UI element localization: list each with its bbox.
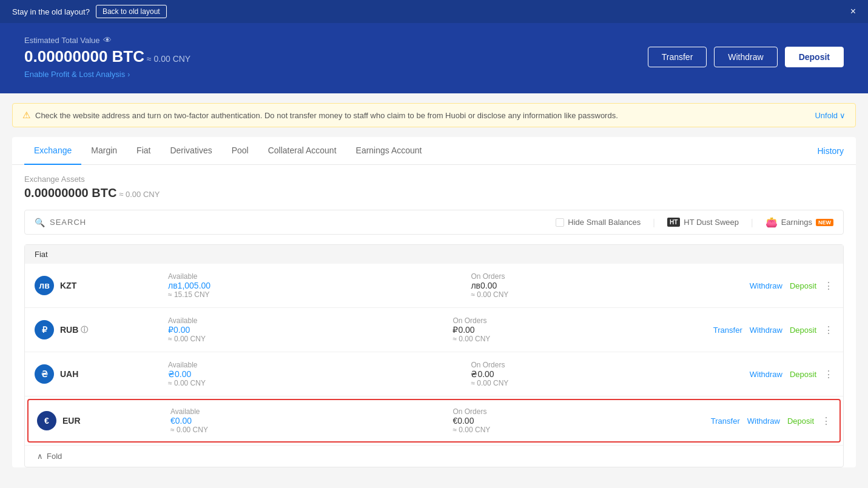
- unfold-button[interactable]: Unfold ∨: [815, 111, 846, 120]
- coin-symbol-uah: UAH: [60, 369, 78, 379]
- eur-more-button[interactable]: ⋮: [821, 415, 831, 427]
- fold-section[interactable]: ∧ Fold: [25, 445, 843, 467]
- withdraw-button[interactable]: Withdraw: [714, 47, 777, 67]
- search-area: 🔍: [35, 218, 556, 227]
- eur-actions: Transfer Withdraw Deposit ⋮: [711, 415, 831, 427]
- eur-logo: €: [37, 411, 56, 430]
- coin-symbol-eur: EUR: [62, 416, 81, 426]
- cny-approx: ≈ 0.00 CNY: [147, 54, 190, 64]
- header-section: Estimated Total Value 👁 0.00000000 BTC ≈…: [0, 23, 868, 93]
- eur-available: Available €0.00 ≈ 0.00 CNY: [146, 407, 428, 434]
- top-notification-bar: Stay in the old layout? Back to old layo…: [0, 0, 868, 23]
- kzt-orders: On Orders лв0.00 ≈ 0.00 CNY: [446, 272, 749, 299]
- uah-withdraw-button[interactable]: Withdraw: [750, 370, 782, 379]
- rub-orders: On Orders ₽0.00 ≈ 0.00 CNY: [428, 316, 713, 343]
- exchange-assets-label: Exchange Assets: [24, 175, 844, 184]
- search-input[interactable]: [50, 218, 152, 227]
- coin-info-uah: ₴ UAH: [35, 364, 144, 384]
- warning-bar: ⚠ Check the website address and turn on …: [12, 103, 856, 127]
- tab-earnings-account[interactable]: Earnings Account: [346, 137, 432, 165]
- back-old-layout-button[interactable]: Back to old layout: [96, 5, 167, 18]
- search-icon: 🔍: [35, 218, 45, 227]
- tabs-bar: Exchange Margin Fiat Derivatives Pool Co…: [12, 137, 856, 165]
- tab-derivatives[interactable]: Derivatives: [160, 137, 221, 165]
- arrow-right-icon: ›: [127, 70, 130, 79]
- rub-logo: ₽: [35, 320, 54, 339]
- uah-actions: Withdraw Deposit ⋮: [750, 369, 833, 380]
- kzt-withdraw-button[interactable]: Withdraw: [750, 281, 782, 290]
- tab-fiat[interactable]: Fiat: [127, 137, 160, 165]
- eur-deposit-button[interactable]: Deposit: [787, 416, 814, 426]
- table-row: лв KZT Available лв1,005.00 ≈ 15.15 CNY …: [25, 264, 843, 308]
- history-link[interactable]: History: [817, 138, 844, 164]
- uah-deposit-button[interactable]: Deposit: [790, 370, 816, 379]
- rub-withdraw-button[interactable]: Withdraw: [750, 326, 782, 335]
- exchange-assets-section: Exchange Assets 0.00000000 BTC ≈ 0.00 CN…: [12, 165, 856, 210]
- eur-orders: On Orders €0.00 ≈ 0.00 CNY: [428, 407, 710, 434]
- uah-available: Available ₴0.00 ≈ 0.00 CNY: [144, 361, 446, 387]
- rub-transfer-button[interactable]: Transfer: [713, 326, 742, 335]
- btc-amount-value: 0.00000000 BTC ≈ 0.00 CNY: [24, 47, 190, 66]
- ht-logo-icon: HT: [667, 218, 680, 227]
- fold-label: Fold: [47, 452, 62, 461]
- rub-info-icon[interactable]: ⓘ: [81, 325, 88, 335]
- assets-cny: ≈ 0.00 CNY: [119, 190, 160, 199]
- uah-logo: ₴: [35, 364, 54, 384]
- table-row: ₽ RUB ⓘ Available ₽0.00 ≈ 0.00 CNY On Or…: [25, 308, 843, 352]
- close-topbar-icon[interactable]: ×: [850, 6, 856, 17]
- controls-right: Hide Small Balances | HT HT Dust Sweep |…: [556, 216, 833, 228]
- chevron-up-icon: ∧: [37, 452, 43, 461]
- new-badge: NEW: [816, 219, 833, 226]
- coin-info-eur: € EUR: [37, 411, 146, 430]
- tab-margin[interactable]: Margin: [81, 137, 127, 165]
- hide-small-balances[interactable]: Hide Small Balances: [556, 218, 641, 227]
- coin-info-kzt: лв KZT: [35, 276, 144, 295]
- header-actions: Transfer Withdraw Deposit: [648, 47, 844, 67]
- estimated-label: Estimated Total Value 👁: [24, 35, 190, 45]
- hide-small-checkbox[interactable]: [556, 218, 564, 227]
- exchange-assets-value: 0.00000000 BTC ≈ 0.00 CNY: [24, 186, 844, 200]
- kzt-logo: лв: [35, 276, 54, 295]
- table-row: € EUR Available €0.00 ≈ 0.00 CNY On Orde…: [27, 399, 841, 443]
- divider: |: [653, 218, 655, 227]
- coin-symbol-kzt: KZT: [60, 281, 76, 290]
- kzt-available: Available лв1,005.00 ≈ 15.15 CNY: [144, 272, 446, 299]
- tab-exchange[interactable]: Exchange: [24, 137, 81, 165]
- kzt-deposit-button[interactable]: Deposit: [790, 281, 816, 290]
- asset-table: Fiat лв KZT Available лв1,005.00 ≈ 15.15…: [24, 244, 844, 467]
- rub-available: Available ₽0.00 ≈ 0.00 CNY: [144, 316, 428, 343]
- coin-symbol-rub: RUB ⓘ: [60, 325, 88, 335]
- visibility-toggle-icon[interactable]: 👁: [103, 35, 112, 45]
- eur-withdraw-button[interactable]: Withdraw: [747, 416, 780, 426]
- table-row: ₴ UAH Available ₴0.00 ≈ 0.00 CNY On Orde…: [25, 352, 843, 396]
- kzt-actions: Withdraw Deposit ⋮: [750, 280, 833, 292]
- assets-btc: 0.00000000 BTC: [24, 186, 116, 199]
- chevron-down-icon: ∨: [839, 111, 846, 120]
- warning-icon: ⚠: [22, 110, 30, 121]
- uah-more-button[interactable]: ⋮: [824, 369, 833, 380]
- header-left: Estimated Total Value 👁 0.00000000 BTC ≈…: [24, 35, 190, 79]
- deposit-button[interactable]: Deposit: [785, 47, 844, 67]
- wallet-icon: 👛: [765, 216, 778, 228]
- main-content: Exchange Margin Fiat Derivatives Pool Co…: [12, 137, 856, 467]
- stay-old-layout-text: Stay in the old layout?: [12, 7, 90, 16]
- tab-collateral-account[interactable]: Collateral Account: [258, 137, 346, 165]
- rub-deposit-button[interactable]: Deposit: [790, 326, 816, 335]
- controls-bar: 🔍 Hide Small Balances | HT HT Dust Sweep…: [24, 210, 844, 235]
- btc-amount: 0.00000000 BTC: [24, 47, 144, 65]
- earnings-button[interactable]: 👛 Earnings NEW: [765, 216, 833, 228]
- ht-dust-sweep[interactable]: HT HT Dust Sweep: [667, 218, 739, 227]
- warning-content: ⚠ Check the website address and turn on …: [22, 110, 618, 121]
- enable-profit-loss-link[interactable]: Enable Profit & Lost Analysis ›: [24, 70, 190, 79]
- warning-text: Check the website address and turn on tw…: [35, 111, 618, 120]
- fiat-section-header: Fiat: [25, 245, 843, 264]
- divider2: |: [751, 218, 753, 227]
- uah-orders: On Orders ₴0.00 ≈ 0.00 CNY: [446, 361, 749, 387]
- transfer-button[interactable]: Transfer: [648, 47, 707, 67]
- rub-actions: Transfer Withdraw Deposit ⋮: [713, 324, 833, 336]
- kzt-more-button[interactable]: ⋮: [824, 280, 833, 292]
- rub-more-button[interactable]: ⋮: [824, 324, 833, 336]
- coin-info-rub: ₽ RUB ⓘ: [35, 320, 144, 339]
- eur-transfer-button[interactable]: Transfer: [711, 416, 740, 426]
- tab-pool[interactable]: Pool: [222, 137, 258, 165]
